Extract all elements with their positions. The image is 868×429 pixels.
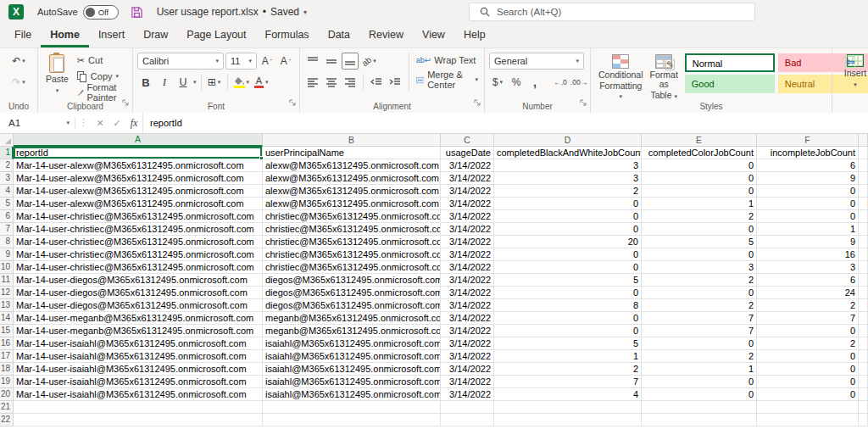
cell-E2[interactable]: 0	[642, 159, 757, 172]
cell-F16[interactable]: 2	[757, 337, 859, 350]
cell-F3[interactable]: 9	[757, 172, 859, 185]
cell-B22[interactable]	[263, 414, 441, 426]
font-size-select[interactable]: 11▾	[225, 53, 257, 70]
tab-page-layout[interactable]: Page Layout	[177, 24, 255, 47]
cell-F12[interactable]: 24	[757, 287, 859, 299]
cell-D11[interactable]: 5	[494, 274, 642, 287]
bottom-align-button[interactable]	[342, 53, 359, 70]
cell-B2[interactable]: alexw@M365x61312495.onmicrosoft.com	[263, 159, 441, 172]
cell-A9[interactable]: Mar-14-user-christiec@M365x61312495.onmi…	[14, 248, 263, 261]
row-header-9[interactable]: 9	[0, 248, 14, 261]
row-header-2[interactable]: 2	[0, 159, 14, 172]
row-header-22[interactable]: 22	[0, 414, 14, 426]
cell-B11[interactable]: diegos@M365x61312495.onmicrosoft.com	[263, 274, 441, 287]
top-align-button[interactable]	[304, 53, 321, 70]
cell-B9[interactable]: christiec@M365x61312495.onmicrosoft.com	[263, 248, 441, 261]
cell-D5[interactable]: 0	[494, 198, 642, 210]
row-header-3[interactable]: 3	[0, 172, 14, 185]
cell-F6[interactable]: 0	[757, 210, 859, 223]
cell-C8[interactable]: 3/14/2022	[441, 236, 494, 248]
cell-B10[interactable]: christiec@M365x61312495.onmicrosoft.com	[263, 261, 441, 274]
tab-home[interactable]: Home	[41, 24, 89, 47]
cell-A14[interactable]: Mar-14-user-meganb@M365x61312495.onmicro…	[14, 312, 263, 325]
row-header-14[interactable]: 14	[0, 312, 14, 325]
cut-button[interactable]: ✂ Cut	[75, 53, 128, 68]
cell-C5[interactable]: 3/14/2022	[441, 198, 494, 210]
cell-A3[interactable]: Mar-14-user-alexw@M365x61312495.onmicros…	[14, 172, 263, 185]
row-header-5[interactable]: 5	[0, 198, 14, 210]
insert-function-button[interactable]: fx	[125, 117, 142, 130]
cell-A15[interactable]: Mar-14-user-meganb@M365x61312495.onmicro…	[14, 325, 263, 337]
orientation-button[interactable]: ab▾	[360, 53, 378, 70]
tab-insert[interactable]: Insert	[89, 24, 134, 47]
cell-F13[interactable]: 2	[757, 299, 859, 312]
cell-E10[interactable]: 3	[642, 261, 757, 274]
align-center-button[interactable]	[323, 74, 340, 91]
fill-handle[interactable]	[259, 156, 264, 160]
number-format-select[interactable]: General▾	[489, 53, 584, 70]
cell-D19[interactable]: 7	[494, 376, 642, 388]
chevron-down-icon[interactable]: ▾	[193, 79, 197, 86]
currency-button[interactable]: $▾	[489, 74, 506, 91]
formula-input[interactable]: reportId	[142, 113, 868, 133]
row-header-16[interactable]: 16	[0, 337, 14, 350]
cell-C10[interactable]: 3/14/2022	[441, 261, 494, 274]
cell-A19[interactable]: Mar-14-user-isaiahl@M365x61312495.onmicr…	[14, 376, 263, 388]
cell-D21[interactable]	[494, 401, 642, 414]
formula-bar-handle[interactable]: ⋮	[75, 117, 92, 129]
cell-B13[interactable]: diegos@M365x61312495.onmicrosoft.com	[263, 299, 441, 312]
cell-B14[interactable]: meganb@M365x61312495.onmicrosoft.com	[263, 312, 441, 325]
cell-F15[interactable]: 0	[757, 325, 859, 337]
cell-A8[interactable]: Mar-14-user-christiec@M365x61312495.onmi…	[14, 236, 263, 248]
name-box[interactable]: A1 ▾	[0, 113, 75, 133]
cell-C15[interactable]: 3/14/2022	[441, 325, 494, 337]
cell-A13[interactable]: Mar-14-user-diegos@M365x61312495.onmicro…	[14, 299, 263, 312]
cell-B1[interactable]: userPrincipalName	[263, 147, 441, 159]
cell-C20[interactable]: 3/14/2022	[441, 388, 494, 401]
tab-formulas[interactable]: Formulas	[256, 24, 319, 47]
undo-button[interactable]: ↶▾	[4, 53, 33, 70]
cell-E22[interactable]	[642, 414, 757, 426]
cell-D4[interactable]: 2	[494, 185, 642, 198]
cell-G14[interactable]	[859, 312, 868, 325]
cell-G12[interactable]	[859, 287, 868, 299]
column-header-G[interactable]	[859, 134, 868, 147]
cell-E9[interactable]: 0	[642, 248, 757, 261]
cell-B5[interactable]: alexw@M365x61312495.onmicrosoft.com	[263, 198, 441, 210]
cell-C19[interactable]: 3/14/2022	[441, 376, 494, 388]
format-painter-button[interactable]: Format Painter	[75, 85, 128, 100]
cell-A4[interactable]: Mar-14-user-alexw@M365x61312495.onmicros…	[14, 185, 263, 198]
cell-C17[interactable]: 3/14/2022	[441, 350, 494, 363]
cell-E1[interactable]: completedColorJobCount	[642, 147, 757, 159]
cell-G7[interactable]	[859, 223, 868, 236]
cell-D18[interactable]: 2	[494, 363, 642, 376]
cell-D6[interactable]: 0	[494, 210, 642, 223]
column-header-C[interactable]: C	[441, 134, 494, 147]
cell-D9[interactable]: 0	[494, 248, 642, 261]
cell-G17[interactable]	[859, 350, 868, 363]
cell-G13[interactable]	[859, 299, 868, 312]
cell-G10[interactable]	[859, 261, 868, 274]
percent-button[interactable]: %	[508, 74, 525, 91]
cell-E5[interactable]: 1	[642, 198, 757, 210]
redo-button[interactable]: ↷▾	[4, 74, 33, 91]
wrap-text-button[interactable]: ab↩ Wrap Text	[415, 53, 480, 68]
font-color-button[interactable]: A ▾	[253, 74, 270, 91]
cell-G20[interactable]	[859, 388, 868, 401]
increase-font-button[interactable]: Aˆ	[259, 53, 275, 70]
cell-A12[interactable]: Mar-14-user-diegos@M365x61312495.onmicro…	[14, 287, 263, 299]
style-chip-normal[interactable]: Normal	[685, 53, 775, 72]
cell-D2[interactable]: 3	[494, 159, 642, 172]
cell-A22[interactable]	[14, 414, 263, 426]
cell-F14[interactable]: 7	[757, 312, 859, 325]
cell-G15[interactable]	[859, 325, 868, 337]
cell-B21[interactable]	[263, 401, 441, 414]
align-right-button[interactable]	[342, 74, 359, 91]
cell-F22[interactable]	[757, 414, 859, 426]
cell-G19[interactable]	[859, 376, 868, 388]
cell-F5[interactable]: 0	[757, 198, 859, 210]
cell-E15[interactable]: 7	[642, 325, 757, 337]
cell-E21[interactable]	[642, 401, 757, 414]
decrease-font-button[interactable]: Aˇ	[277, 53, 294, 70]
cell-C16[interactable]: 3/14/2022	[441, 337, 494, 350]
